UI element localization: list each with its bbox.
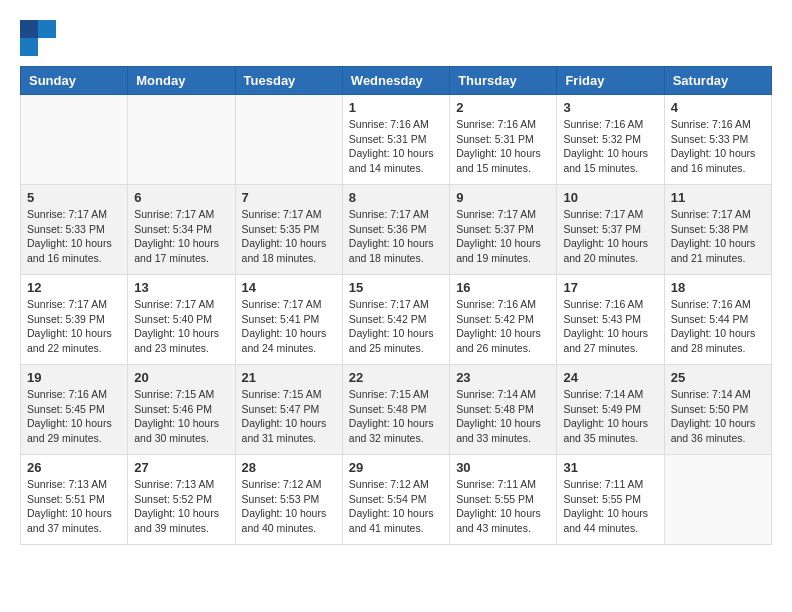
day-info: Sunrise: 7:17 AM Sunset: 5:40 PM Dayligh…	[134, 297, 228, 356]
calendar-day-cell: 14Sunrise: 7:17 AM Sunset: 5:41 PM Dayli…	[235, 275, 342, 365]
calendar-day-cell: 11Sunrise: 7:17 AM Sunset: 5:38 PM Dayli…	[664, 185, 771, 275]
day-info: Sunrise: 7:14 AM Sunset: 5:48 PM Dayligh…	[456, 387, 550, 446]
day-of-week-header: Sunday	[21, 67, 128, 95]
day-info: Sunrise: 7:16 AM Sunset: 5:43 PM Dayligh…	[563, 297, 657, 356]
calendar-day-cell: 12Sunrise: 7:17 AM Sunset: 5:39 PM Dayli…	[21, 275, 128, 365]
day-number: 17	[563, 280, 657, 295]
day-info: Sunrise: 7:17 AM Sunset: 5:33 PM Dayligh…	[27, 207, 121, 266]
calendar-day-cell: 8Sunrise: 7:17 AM Sunset: 5:36 PM Daylig…	[342, 185, 449, 275]
svg-rect-2	[20, 38, 38, 56]
calendar-day-cell: 31Sunrise: 7:11 AM Sunset: 5:55 PM Dayli…	[557, 455, 664, 545]
calendar-day-cell: 3Sunrise: 7:16 AM Sunset: 5:32 PM Daylig…	[557, 95, 664, 185]
day-info: Sunrise: 7:16 AM Sunset: 5:33 PM Dayligh…	[671, 117, 765, 176]
day-info: Sunrise: 7:15 AM Sunset: 5:48 PM Dayligh…	[349, 387, 443, 446]
svg-rect-3	[38, 38, 56, 56]
day-number: 21	[242, 370, 336, 385]
day-info: Sunrise: 7:16 AM Sunset: 5:44 PM Dayligh…	[671, 297, 765, 356]
day-info: Sunrise: 7:14 AM Sunset: 5:50 PM Dayligh…	[671, 387, 765, 446]
calendar-day-cell: 17Sunrise: 7:16 AM Sunset: 5:43 PM Dayli…	[557, 275, 664, 365]
calendar-day-cell: 1Sunrise: 7:16 AM Sunset: 5:31 PM Daylig…	[342, 95, 449, 185]
day-number: 23	[456, 370, 550, 385]
calendar-day-cell: 9Sunrise: 7:17 AM Sunset: 5:37 PM Daylig…	[450, 185, 557, 275]
day-info: Sunrise: 7:17 AM Sunset: 5:36 PM Dayligh…	[349, 207, 443, 266]
calendar-day-cell: 26Sunrise: 7:13 AM Sunset: 5:51 PM Dayli…	[21, 455, 128, 545]
day-info: Sunrise: 7:13 AM Sunset: 5:52 PM Dayligh…	[134, 477, 228, 536]
calendar-day-cell: 22Sunrise: 7:15 AM Sunset: 5:48 PM Dayli…	[342, 365, 449, 455]
day-of-week-header: Wednesday	[342, 67, 449, 95]
day-number: 8	[349, 190, 443, 205]
calendar-day-cell: 28Sunrise: 7:12 AM Sunset: 5:53 PM Dayli…	[235, 455, 342, 545]
day-number: 13	[134, 280, 228, 295]
calendar-day-cell: 24Sunrise: 7:14 AM Sunset: 5:49 PM Dayli…	[557, 365, 664, 455]
day-number: 29	[349, 460, 443, 475]
day-number: 5	[27, 190, 121, 205]
day-number: 26	[27, 460, 121, 475]
day-number: 9	[456, 190, 550, 205]
day-info: Sunrise: 7:12 AM Sunset: 5:54 PM Dayligh…	[349, 477, 443, 536]
day-number: 1	[349, 100, 443, 115]
day-of-week-header: Thursday	[450, 67, 557, 95]
day-number: 11	[671, 190, 765, 205]
calendar-day-cell	[128, 95, 235, 185]
calendar-day-cell: 15Sunrise: 7:17 AM Sunset: 5:42 PM Dayli…	[342, 275, 449, 365]
calendar-day-cell: 23Sunrise: 7:14 AM Sunset: 5:48 PM Dayli…	[450, 365, 557, 455]
calendar-day-cell: 10Sunrise: 7:17 AM Sunset: 5:37 PM Dayli…	[557, 185, 664, 275]
logo	[20, 20, 60, 56]
calendar-table: SundayMondayTuesdayWednesdayThursdayFrid…	[20, 66, 772, 545]
calendar-week-row: 26Sunrise: 7:13 AM Sunset: 5:51 PM Dayli…	[21, 455, 772, 545]
page-header	[20, 20, 772, 56]
calendar-day-cell: 16Sunrise: 7:16 AM Sunset: 5:42 PM Dayli…	[450, 275, 557, 365]
calendar-day-cell: 6Sunrise: 7:17 AM Sunset: 5:34 PM Daylig…	[128, 185, 235, 275]
day-info: Sunrise: 7:16 AM Sunset: 5:31 PM Dayligh…	[349, 117, 443, 176]
day-number: 20	[134, 370, 228, 385]
calendar-day-cell: 7Sunrise: 7:17 AM Sunset: 5:35 PM Daylig…	[235, 185, 342, 275]
calendar-week-row: 5Sunrise: 7:17 AM Sunset: 5:33 PM Daylig…	[21, 185, 772, 275]
day-number: 25	[671, 370, 765, 385]
day-number: 7	[242, 190, 336, 205]
day-info: Sunrise: 7:17 AM Sunset: 5:39 PM Dayligh…	[27, 297, 121, 356]
day-number: 15	[349, 280, 443, 295]
calendar-day-cell: 30Sunrise: 7:11 AM Sunset: 5:55 PM Dayli…	[450, 455, 557, 545]
calendar-day-cell: 13Sunrise: 7:17 AM Sunset: 5:40 PM Dayli…	[128, 275, 235, 365]
calendar-day-cell: 5Sunrise: 7:17 AM Sunset: 5:33 PM Daylig…	[21, 185, 128, 275]
calendar-day-cell	[664, 455, 771, 545]
calendar-week-row: 19Sunrise: 7:16 AM Sunset: 5:45 PM Dayli…	[21, 365, 772, 455]
day-info: Sunrise: 7:17 AM Sunset: 5:42 PM Dayligh…	[349, 297, 443, 356]
day-number: 18	[671, 280, 765, 295]
day-info: Sunrise: 7:16 AM Sunset: 5:42 PM Dayligh…	[456, 297, 550, 356]
day-info: Sunrise: 7:16 AM Sunset: 5:45 PM Dayligh…	[27, 387, 121, 446]
calendar-day-cell: 20Sunrise: 7:15 AM Sunset: 5:46 PM Dayli…	[128, 365, 235, 455]
calendar-day-cell: 4Sunrise: 7:16 AM Sunset: 5:33 PM Daylig…	[664, 95, 771, 185]
day-number: 31	[563, 460, 657, 475]
day-info: Sunrise: 7:16 AM Sunset: 5:31 PM Dayligh…	[456, 117, 550, 176]
day-info: Sunrise: 7:17 AM Sunset: 5:41 PM Dayligh…	[242, 297, 336, 356]
day-number: 30	[456, 460, 550, 475]
day-number: 3	[563, 100, 657, 115]
day-number: 19	[27, 370, 121, 385]
calendar-day-cell: 19Sunrise: 7:16 AM Sunset: 5:45 PM Dayli…	[21, 365, 128, 455]
day-number: 14	[242, 280, 336, 295]
day-of-week-header: Friday	[557, 67, 664, 95]
day-info: Sunrise: 7:16 AM Sunset: 5:32 PM Dayligh…	[563, 117, 657, 176]
day-of-week-header: Tuesday	[235, 67, 342, 95]
day-number: 24	[563, 370, 657, 385]
calendar-day-cell: 21Sunrise: 7:15 AM Sunset: 5:47 PM Dayli…	[235, 365, 342, 455]
calendar-week-row: 1Sunrise: 7:16 AM Sunset: 5:31 PM Daylig…	[21, 95, 772, 185]
day-info: Sunrise: 7:15 AM Sunset: 5:46 PM Dayligh…	[134, 387, 228, 446]
day-info: Sunrise: 7:15 AM Sunset: 5:47 PM Dayligh…	[242, 387, 336, 446]
calendar-week-row: 12Sunrise: 7:17 AM Sunset: 5:39 PM Dayli…	[21, 275, 772, 365]
calendar-header-row: SundayMondayTuesdayWednesdayThursdayFrid…	[21, 67, 772, 95]
day-of-week-header: Saturday	[664, 67, 771, 95]
calendar-day-cell: 25Sunrise: 7:14 AM Sunset: 5:50 PM Dayli…	[664, 365, 771, 455]
calendar-day-cell: 29Sunrise: 7:12 AM Sunset: 5:54 PM Dayli…	[342, 455, 449, 545]
day-info: Sunrise: 7:11 AM Sunset: 5:55 PM Dayligh…	[563, 477, 657, 536]
calendar-day-cell	[235, 95, 342, 185]
day-number: 22	[349, 370, 443, 385]
day-number: 10	[563, 190, 657, 205]
day-info: Sunrise: 7:17 AM Sunset: 5:38 PM Dayligh…	[671, 207, 765, 266]
day-number: 27	[134, 460, 228, 475]
svg-rect-0	[20, 20, 38, 38]
day-number: 6	[134, 190, 228, 205]
day-info: Sunrise: 7:17 AM Sunset: 5:35 PM Dayligh…	[242, 207, 336, 266]
day-info: Sunrise: 7:13 AM Sunset: 5:51 PM Dayligh…	[27, 477, 121, 536]
